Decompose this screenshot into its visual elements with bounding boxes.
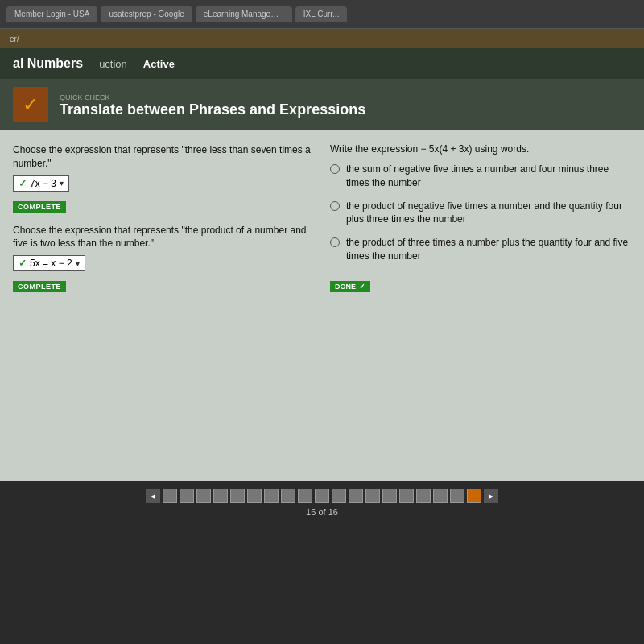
chevron-down-icon-q1: ▾ bbox=[60, 179, 64, 188]
page-box-14[interactable] bbox=[382, 489, 397, 503]
done-button[interactable]: DONE ✓ bbox=[330, 281, 370, 292]
question-1-complete-badge: COMPLETE bbox=[13, 201, 66, 213]
page-box-8[interactable] bbox=[281, 489, 295, 503]
question-1: Choose the expression that represents "t… bbox=[13, 143, 314, 224]
page-box-11[interactable] bbox=[332, 489, 346, 503]
radio-circle-2[interactable] bbox=[330, 201, 340, 211]
pagination-prev-button[interactable]: ◄ bbox=[146, 489, 160, 503]
question-2-answer-text: 5x = x − 2 bbox=[30, 258, 72, 269]
question-2-text: Choose the expression that represents "t… bbox=[13, 224, 314, 251]
section-title: Translate between Phrases and Expression… bbox=[60, 101, 365, 118]
quick-check-label: QUICK CHECK bbox=[60, 93, 365, 101]
page-box-6[interactable] bbox=[247, 489, 262, 503]
radio-text-1: the sum of negative five times a number … bbox=[346, 163, 631, 190]
page-box-3[interactable] bbox=[196, 489, 211, 503]
content-area: ✓ QUICK CHECK Translate between Phrases … bbox=[0, 79, 644, 481]
two-column-layout: Choose the expression that represents "t… bbox=[0, 130, 644, 316]
question-2-complete-badge: COMPLETE bbox=[13, 281, 66, 292]
radio-option-1[interactable]: the sum of negative five times a number … bbox=[330, 163, 631, 190]
question-1-text: Choose the expression that represents "t… bbox=[13, 143, 314, 171]
page-box-13[interactable] bbox=[365, 489, 380, 503]
right-question-text: Write the expression − 5x(4 + 3x) using … bbox=[330, 143, 631, 155]
page-box-5[interactable] bbox=[230, 489, 245, 503]
nav-item-active[interactable]: Active bbox=[143, 58, 175, 70]
question-1-answer-dropdown[interactable]: ✓ 7x − 3 ▾ bbox=[13, 175, 69, 192]
radio-text-2: the product of negative five times a num… bbox=[346, 200, 631, 227]
check-icon: ✓ bbox=[23, 93, 39, 116]
page-box-4[interactable] bbox=[213, 489, 228, 503]
done-check-icon: ✓ bbox=[359, 283, 365, 291]
tab-2[interactable]: usatestprep - Google bbox=[101, 6, 192, 22]
url-bar: er/ bbox=[0, 29, 644, 48]
browser-chrome: Member Login - USA usatestprep - Google … bbox=[0, 0, 644, 29]
question-2-answer-dropdown[interactable]: ✓ 5x = x − 2 ▾ bbox=[13, 255, 85, 271]
nav-item-uction[interactable]: uction bbox=[99, 58, 127, 70]
chevron-down-icon-q2: ▾ bbox=[76, 259, 80, 268]
pagination-next-button[interactable]: ► bbox=[484, 489, 498, 503]
tab-3[interactable]: eLearning Manageme... bbox=[196, 6, 292, 22]
page-box-7[interactable] bbox=[264, 489, 279, 503]
radio-option-3[interactable]: the product of three times a number plus… bbox=[330, 236, 631, 263]
tab-1[interactable]: Member Login - USA bbox=[6, 6, 97, 22]
check-icon-q2: ✓ bbox=[19, 258, 27, 269]
quick-check-icon-box: ✓ bbox=[13, 87, 48, 122]
check-icon-q1: ✓ bbox=[19, 178, 27, 189]
radio-circle-3[interactable] bbox=[330, 237, 340, 247]
page-box-17[interactable] bbox=[433, 489, 448, 503]
radio-option-2[interactable]: the product of negative five times a num… bbox=[330, 200, 631, 227]
page-box-1[interactable] bbox=[163, 489, 177, 503]
right-column: Write the expression − 5x(4 + 3x) using … bbox=[330, 143, 631, 303]
page-count-text: 16 of 16 bbox=[306, 507, 338, 517]
page-box-18[interactable] bbox=[450, 489, 464, 503]
app-header: al Numbers uction Active bbox=[0, 48, 644, 79]
left-column: Choose the expression that represents "t… bbox=[13, 143, 314, 303]
page-box-9[interactable] bbox=[298, 489, 312, 503]
page-box-15[interactable] bbox=[399, 489, 414, 503]
page-box-12[interactable] bbox=[349, 489, 363, 503]
page-box-19-current[interactable] bbox=[467, 489, 481, 503]
tab-4[interactable]: IXL Curr... bbox=[295, 6, 348, 22]
radio-text-3: the product of three times a number plus… bbox=[346, 236, 631, 263]
url-text: er/ bbox=[10, 35, 19, 43]
section-header: ✓ QUICK CHECK Translate between Phrases … bbox=[0, 79, 644, 130]
question-2: Choose the expression that represents "t… bbox=[13, 224, 314, 304]
question-1-answer-text: 7x − 3 bbox=[30, 178, 56, 189]
page-box-16[interactable] bbox=[416, 489, 431, 503]
page-box-10[interactable] bbox=[315, 489, 329, 503]
pagination-bar: ◄ ► 16 of 16 bbox=[0, 481, 644, 522]
done-label: DONE bbox=[335, 283, 356, 291]
radio-circle-1[interactable] bbox=[330, 164, 340, 174]
page-box-2[interactable] bbox=[180, 489, 194, 503]
app-title: al Numbers bbox=[13, 56, 83, 71]
